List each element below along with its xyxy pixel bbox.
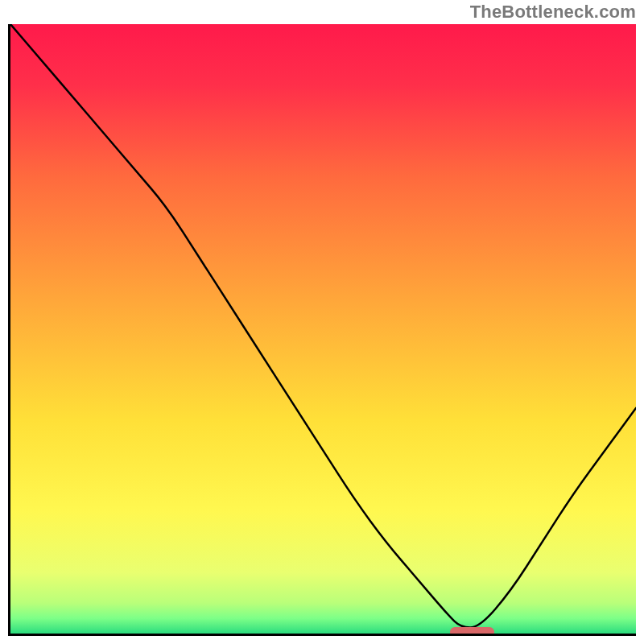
- bottleneck-chart: TheBottleneck.com: [0, 0, 644, 644]
- bottleneck-curve: [10, 24, 636, 634]
- watermark-text: TheBottleneck.com: [470, 2, 636, 23]
- optimal-zone-marker: [450, 627, 494, 636]
- plot-area: [8, 24, 636, 636]
